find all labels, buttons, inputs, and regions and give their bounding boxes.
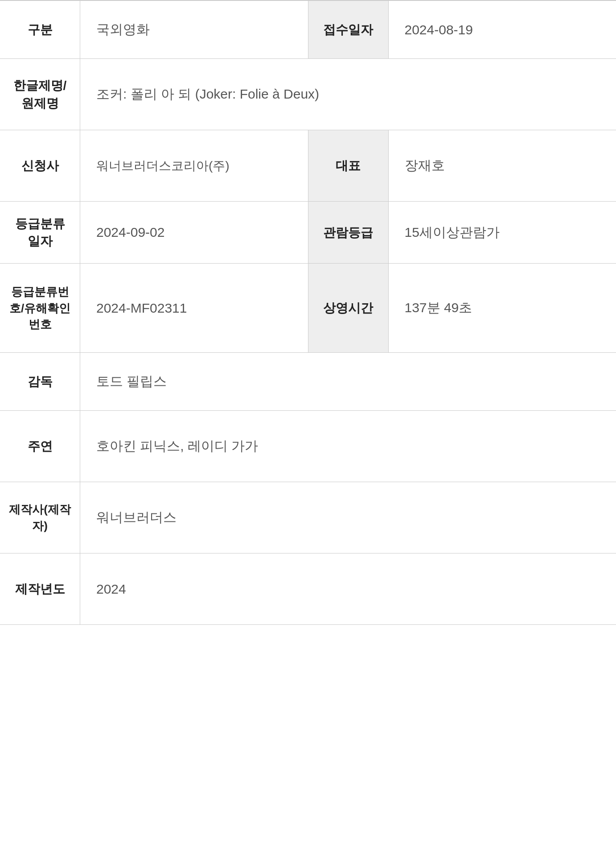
production-year-value: 2024 bbox=[80, 553, 616, 624]
table-row: 감독 토드 필립스 bbox=[0, 353, 616, 411]
table-row: 신청사 워너브러더스코리아(주) 대표 장재호 bbox=[0, 130, 616, 202]
info-table: 구분 국외영화 접수일자 2024-08-19 한글제명/원제명 조커: 폴리 … bbox=[0, 0, 616, 625]
applicant-value: 워너브러더스코리아(주) bbox=[80, 130, 308, 201]
applicant-label: 신청사 bbox=[0, 130, 80, 201]
production-label: 제작사(제작자) bbox=[0, 482, 80, 553]
table-row: 주연 호아킨 피닉스, 레이디 가가 bbox=[0, 411, 616, 482]
table-row: 한글제명/원제명 조커: 폴리 아 되 (Joker: Folie à Deux… bbox=[0, 59, 616, 130]
table-row: 구분 국외영화 접수일자 2024-08-19 bbox=[0, 1, 616, 59]
director-value: 토드 필립스 bbox=[80, 353, 616, 410]
rating-number-value: 2024-MF02311 bbox=[80, 264, 308, 352]
table-row: 제작사(제작자) 워너브러더스 bbox=[0, 482, 616, 553]
reception-date-label: 접수일자 bbox=[308, 1, 389, 58]
director-label: 감독 bbox=[0, 353, 80, 410]
rating-number-label: 등급분류번호/유해확인번호 bbox=[0, 264, 80, 352]
title-value: 조커: 폴리 아 되 (Joker: Folie à Deux) bbox=[80, 59, 616, 130]
viewing-rating-value: 15세이상관람가 bbox=[389, 202, 616, 263]
production-year-label: 제작년도 bbox=[0, 553, 80, 624]
rating-date-value: 2024-09-02 bbox=[80, 202, 308, 263]
cast-label: 주연 bbox=[0, 411, 80, 482]
rating-date-label: 등급분류일자 bbox=[0, 202, 80, 263]
table-row: 등급분류번호/유해확인번호 2024-MF02311 상영시간 137분 49초 bbox=[0, 264, 616, 353]
cast-value: 호아킨 피닉스, 레이디 가가 bbox=[80, 411, 616, 482]
runtime-label: 상영시간 bbox=[308, 264, 389, 352]
reception-date-value: 2024-08-19 bbox=[389, 1, 616, 58]
representative-value: 장재호 bbox=[389, 130, 616, 201]
table-row: 등급분류일자 2024-09-02 관람등급 15세이상관람가 bbox=[0, 202, 616, 264]
gubun-value: 국외영화 bbox=[80, 1, 308, 58]
gubun-label: 구분 bbox=[0, 1, 80, 58]
table-row: 제작년도 2024 bbox=[0, 553, 616, 625]
representative-label: 대표 bbox=[308, 130, 389, 201]
runtime-value: 137분 49초 bbox=[389, 264, 616, 352]
title-label: 한글제명/원제명 bbox=[0, 59, 80, 130]
viewing-rating-label: 관람등급 bbox=[308, 202, 389, 263]
production-value: 워너브러더스 bbox=[80, 482, 616, 553]
